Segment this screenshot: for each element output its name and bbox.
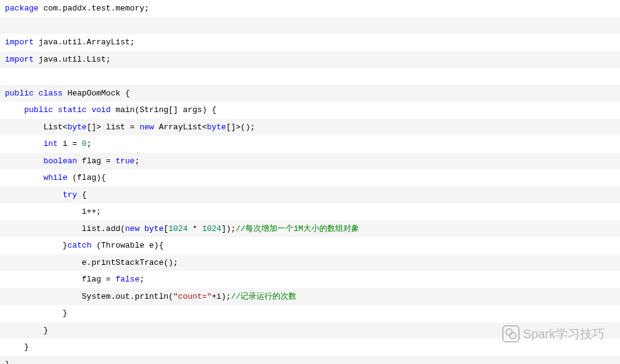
code-token	[5, 173, 43, 182]
code-line: try {	[0, 187, 620, 204]
code-token: (flag){	[72, 173, 106, 182]
code-token: false	[115, 275, 139, 284]
code-token: }	[5, 342, 29, 352]
code-token: //每次增加一个1M大小的数组对象	[236, 224, 359, 233]
code-token: boolean	[43, 156, 81, 166]
code-line: e.printStackTrace();	[0, 254, 620, 272]
code-token: ;	[139, 275, 144, 284]
code-token: "count="	[173, 292, 211, 301]
code-token: flag =	[82, 156, 116, 166]
code-token: 1024	[202, 224, 221, 233]
code-token: ]);	[221, 224, 235, 233]
code-token: +i);	[211, 292, 230, 301]
code-line: System.out.println("count="+i);//记录运行的次数	[0, 288, 620, 305]
code-token: catch	[67, 241, 96, 250]
code-line: import java.util.ArrayList;	[0, 34, 620, 51]
code-token: public class	[5, 89, 67, 98]
watermark-text: Spark学习技巧	[523, 326, 605, 342]
code-token: java.util.ArrayList;	[39, 38, 135, 47]
code-line: list.add(new byte[1024 * 1024]);//每次增加一个…	[0, 220, 620, 238]
code-token: byte	[67, 123, 86, 132]
code-token: flag =	[5, 275, 115, 284]
code-token: ArrayList<	[159, 123, 207, 132]
code-token: while	[43, 173, 72, 182]
code-token: (Throwable e){	[96, 241, 163, 250]
watermark: Spark学习技巧	[502, 325, 605, 342]
code-token: e.printStackTrace();	[5, 258, 178, 267]
code-block: package com.paddx.test.memory; import ja…	[0, 0, 620, 364]
code-line: }	[0, 356, 620, 365]
code-line: public class HeapOomMock {	[0, 85, 620, 102]
code-token: HeapOomMock {	[67, 89, 129, 98]
code-token: import	[5, 38, 39, 47]
code-line: boolean flag = true;	[0, 153, 620, 170]
code-token: }	[5, 326, 48, 335]
code-token: {	[82, 190, 87, 200]
code-token	[5, 139, 43, 148]
code-line: List<byte[]> list = new ArrayList<byte[]…	[0, 119, 620, 136]
code-token: new	[139, 123, 158, 132]
code-token: main(String[] args) {	[115, 105, 216, 115]
code-token: ;	[135, 156, 140, 166]
code-token: byte	[207, 123, 226, 132]
code-token: 1024	[168, 224, 187, 233]
code-token: list.add(	[5, 224, 125, 233]
code-token: []>();	[226, 123, 255, 132]
code-token	[5, 190, 63, 200]
code-token: com.paddx.test.memory;	[43, 4, 149, 13]
code-token: java.util.List;	[39, 55, 111, 64]
code-line: }	[0, 305, 620, 322]
code-token: }	[5, 309, 67, 318]
code-token: *	[188, 224, 202, 233]
code-line: }catch (Throwable e){	[0, 237, 620, 254]
code-token: i =	[63, 139, 82, 148]
code-line: public static void main(String[] args) {	[0, 102, 620, 119]
code-line: while (flag){	[0, 169, 620, 187]
code-token: true	[115, 156, 134, 166]
code-token: public static void	[24, 105, 115, 115]
wechat-icon	[502, 325, 520, 342]
code-line: i++;	[0, 203, 620, 220]
code-line: flag = false;	[0, 271, 620, 288]
code-token: }	[5, 241, 67, 250]
code-token: //记录运行的次数	[231, 292, 297, 301]
code-line: package com.paddx.test.memory;	[0, 0, 620, 17]
code-token: 0	[82, 139, 87, 148]
code-token	[5, 156, 43, 166]
code-token: }	[5, 360, 10, 365]
code-token: int	[43, 139, 62, 148]
code-token: import	[5, 55, 39, 64]
code-token: package	[5, 4, 43, 13]
code-token	[5, 105, 24, 115]
code-token: List<	[5, 123, 67, 132]
code-line: int i = 0;	[0, 135, 620, 153]
code-token: System.out.println(	[5, 292, 173, 301]
code-line	[0, 68, 620, 85]
code-line	[0, 17, 620, 34]
code-token: ;	[87, 139, 92, 148]
code-token: new	[125, 224, 144, 233]
code-line: import java.util.List;	[0, 51, 620, 68]
code-token: i++;	[5, 207, 101, 216]
code-token: try	[63, 190, 82, 200]
code-token: byte	[144, 224, 163, 233]
code-token: []> list =	[87, 123, 140, 132]
